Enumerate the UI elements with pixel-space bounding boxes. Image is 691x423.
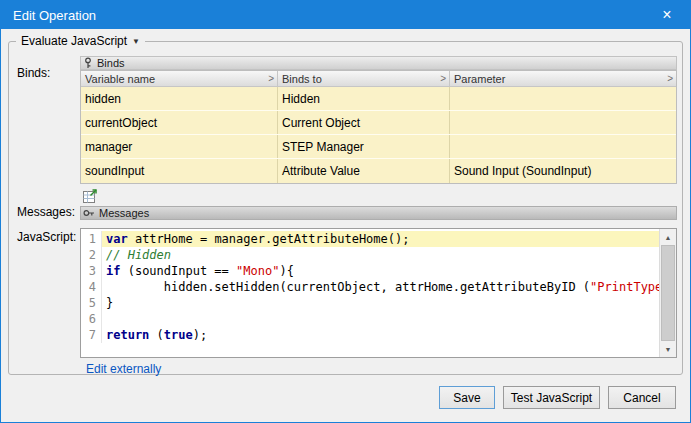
line-number: 3 [81,263,102,279]
close-icon: × [662,6,671,24]
code-line[interactable]: 4 hidden.setHidden(currentObject, attrHo… [81,279,659,295]
line-number: 6 [81,311,102,327]
code-text: var attrHome = manager.getAttributeHome(… [102,231,659,247]
edit-operation-dialog: Edit Operation × Evaluate JavaScript ▼ B… [0,0,691,423]
code-line[interactable]: 6 [81,311,659,327]
title-bar: Edit Operation × [1,1,690,29]
code-text: // Hidden [102,247,659,263]
code-line[interactable]: 3if (soundInput == "Mono"){ [81,263,659,279]
save-button[interactable]: Save [439,386,495,409]
messages-section-title: Messages [99,207,149,219]
code-text: return (true); [102,327,659,343]
line-number: 7 [81,327,102,343]
column-header-label: Parameter [454,73,505,85]
close-button[interactable]: × [644,1,690,29]
scrollbar-thumb[interactable] [661,245,675,341]
evaluate-javascript-group: Evaluate JavaScript ▼ Binds: Binds Varia… [8,41,683,375]
window-title: Edit Operation [13,8,96,23]
column-header[interactable]: Variable name> [81,71,278,86]
cancel-button[interactable]: Cancel [608,386,676,409]
table-row[interactable]: soundInputAttribute ValueSound Input (So… [81,159,676,183]
code-text [102,311,659,327]
table-row[interactable]: hiddenHidden [81,87,676,111]
javascript-editor[interactable]: 1var attrHome = manager.getAttributeHome… [80,228,677,358]
variable-cell[interactable]: hidden [81,87,278,110]
dialog-buttons: Save Test JavaScript Cancel [439,386,676,409]
scroll-down-icon: ▼ [665,346,672,353]
operation-type-label: Evaluate JavaScript [21,34,127,48]
code-text: } [102,295,659,311]
sort-indicator-icon: > [667,73,673,84]
line-number: 1 [81,231,102,247]
line-number: 4 [81,279,102,295]
editor-scrollbar[interactable]: ▲ ▼ [659,229,676,357]
scroll-up-button[interactable]: ▲ [660,229,676,245]
binds-section-title: Binds [97,57,125,69]
binds-section-header[interactable]: Binds [80,56,677,70]
line-number: 5 [81,295,102,311]
variable-cell[interactable]: manager [81,135,278,158]
variable-cell[interactable]: soundInput [81,159,278,183]
parameter-cell[interactable] [450,111,676,134]
column-header-label: Binds to [282,73,322,85]
spreadsheet-icon[interactable] [82,188,98,204]
scroll-up-icon: ▲ [665,234,672,241]
code-area[interactable]: 1var attrHome = manager.getAttributeHome… [81,231,659,357]
code-line[interactable]: 2// Hidden [81,247,659,263]
messages-section-header[interactable]: Messages [80,206,677,220]
parameter-cell[interactable]: Sound Input (SoundInput) [450,159,676,183]
binds-to-cell[interactable]: Current Object [278,111,450,134]
edit-externally-link[interactable]: Edit externally [86,362,161,376]
binds-table-body: hiddenHiddencurrentObjectCurrent Objectm… [81,87,676,183]
column-header[interactable]: Binds to> [278,71,450,86]
code-line[interactable]: 7return (true); [81,327,659,343]
binds-to-cell[interactable]: Hidden [278,87,450,110]
messages-label: Messages: [17,205,75,219]
table-row[interactable]: currentObjectCurrent Object [81,111,676,135]
column-header[interactable]: Parameter> [450,71,676,86]
scroll-down-button[interactable]: ▼ [660,341,676,357]
code-line[interactable]: 5} [81,295,659,311]
sort-indicator-icon: > [440,73,446,84]
javascript-label: JavaScript: [17,230,76,244]
binds-to-cell[interactable]: STEP Manager [278,135,450,158]
parameter-cell[interactable] [450,135,676,158]
code-text: hidden.setHidden(currentObject, attrHome… [102,279,659,295]
binds-table-header: Variable name>Binds to>Parameter> [81,71,676,87]
code-text: if (soundInput == "Mono"){ [102,263,659,279]
line-number: 2 [81,247,102,263]
variable-cell[interactable]: currentObject [81,111,278,134]
binds-label: Binds: [17,66,50,80]
code-line[interactable]: 1var attrHome = manager.getAttributeHome… [81,231,659,247]
sort-indicator-icon: > [268,73,274,84]
chevron-down-icon: ▼ [132,37,140,46]
operation-type-dropdown[interactable]: Evaluate JavaScript ▼ [16,34,145,48]
column-header-label: Variable name [85,73,155,85]
parameter-cell[interactable] [450,87,676,110]
key-icon [83,57,93,69]
table-row[interactable]: managerSTEP Manager [81,135,676,159]
binds-table: Variable name>Binds to>Parameter> hidden… [80,70,677,184]
binds-to-cell[interactable]: Attribute Value [278,159,450,183]
test-javascript-button[interactable]: Test JavaScript [503,386,600,409]
key-icon [83,208,95,218]
